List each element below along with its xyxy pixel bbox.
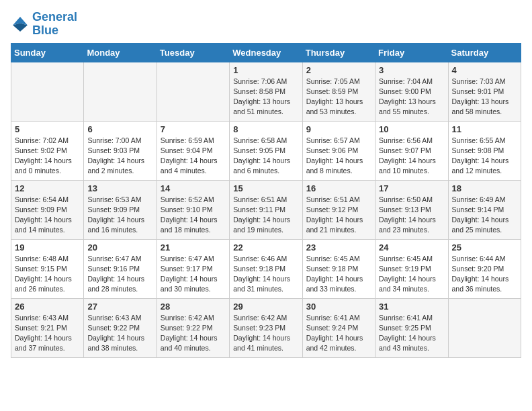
day-info: Sunrise: 7:04 AM Sunset: 9:00 PM Dayligh… [379,77,444,118]
calendar-cell: 17Sunrise: 6:50 AM Sunset: 9:13 PM Dayli… [375,180,448,239]
calendar-cell: 23Sunrise: 6:45 AM Sunset: 9:18 PM Dayli… [302,239,375,298]
calendar-cell: 7Sunrise: 6:59 AM Sunset: 9:04 PM Daylig… [157,121,229,180]
day-info: Sunrise: 6:41 AM Sunset: 9:24 PM Dayligh… [306,313,371,354]
calendar-cell: 29Sunrise: 6:42 AM Sunset: 9:23 PM Dayli… [230,298,302,357]
calendar-cell: 30Sunrise: 6:41 AM Sunset: 9:24 PM Dayli… [302,298,375,357]
day-number: 17 [379,183,444,193]
logo: General Blue [11,11,77,38]
calendar-cell: 13Sunrise: 6:53 AM Sunset: 9:09 PM Dayli… [84,180,157,239]
calendar-cell: 28Sunrise: 6:42 AM Sunset: 9:22 PM Dayli… [157,298,229,357]
day-number: 27 [87,302,152,312]
calendar-cell [11,62,84,121]
calendar-cell: 5Sunrise: 7:02 AM Sunset: 9:02 PM Daylig… [11,121,84,180]
day-info: Sunrise: 6:46 AM Sunset: 9:18 PM Dayligh… [233,254,298,295]
day-info: Sunrise: 6:43 AM Sunset: 9:21 PM Dayligh… [15,313,80,354]
calendar-cell: 3Sunrise: 7:04 AM Sunset: 9:00 PM Daylig… [375,62,448,121]
day-info: Sunrise: 6:44 AM Sunset: 9:20 PM Dayligh… [452,254,517,295]
day-number: 30 [306,302,371,312]
day-number: 9 [306,124,371,134]
day-number: 21 [161,242,226,253]
day-info: Sunrise: 6:45 AM Sunset: 9:19 PM Dayligh… [379,254,444,295]
day-info: Sunrise: 6:51 AM Sunset: 9:12 PM Dayligh… [306,195,371,236]
day-info: Sunrise: 7:06 AM Sunset: 8:58 PM Dayligh… [233,77,298,118]
logo-icon [11,15,30,34]
day-number: 6 [87,124,152,134]
day-info: Sunrise: 6:42 AM Sunset: 9:23 PM Dayligh… [233,313,298,354]
calendar-cell: 24Sunrise: 6:45 AM Sunset: 9:19 PM Dayli… [375,239,448,298]
calendar-cell: 27Sunrise: 6:43 AM Sunset: 9:22 PM Dayli… [84,298,157,357]
day-info: Sunrise: 6:43 AM Sunset: 9:22 PM Dayligh… [87,313,152,354]
calendar-cell: 12Sunrise: 6:54 AM Sunset: 9:09 PM Dayli… [11,180,84,239]
day-info: Sunrise: 6:49 AM Sunset: 9:14 PM Dayligh… [452,195,517,236]
calendar-cell: 16Sunrise: 6:51 AM Sunset: 9:12 PM Dayli… [302,180,375,239]
day-of-week-header: Monday [84,43,157,62]
day-number: 31 [379,302,444,312]
day-number: 26 [15,302,80,312]
day-number: 7 [161,124,226,134]
day-number: 29 [233,302,298,312]
day-number: 1 [233,65,298,75]
calendar-cell [157,62,229,121]
calendar-cell: 6Sunrise: 7:00 AM Sunset: 9:03 PM Daylig… [84,121,157,180]
calendar-cell: 19Sunrise: 6:48 AM Sunset: 9:15 PM Dayli… [11,239,84,298]
day-info: Sunrise: 7:05 AM Sunset: 8:59 PM Dayligh… [306,77,371,118]
day-of-week-header: Saturday [448,43,521,62]
day-number: 12 [15,183,80,193]
day-of-week-header: Friday [375,43,448,62]
day-info: Sunrise: 6:58 AM Sunset: 9:05 PM Dayligh… [233,136,298,177]
day-info: Sunrise: 6:47 AM Sunset: 9:16 PM Dayligh… [87,254,152,295]
day-number: 25 [452,242,517,253]
day-of-week-header: Sunday [11,43,84,62]
calendar-cell: 15Sunrise: 6:51 AM Sunset: 9:11 PM Dayli… [230,180,302,239]
calendar-table: SundayMondayTuesdayWednesdayThursdayFrid… [11,43,521,358]
day-number: 28 [161,302,226,312]
day-of-week-header: Wednesday [230,43,302,62]
day-info: Sunrise: 6:56 AM Sunset: 9:07 PM Dayligh… [379,136,444,177]
day-info: Sunrise: 6:48 AM Sunset: 9:15 PM Dayligh… [15,254,80,295]
calendar-cell: 4Sunrise: 7:03 AM Sunset: 9:01 PM Daylig… [448,62,521,121]
day-number: 16 [306,183,371,193]
day-number: 11 [452,124,517,134]
calendar-cell: 11Sunrise: 6:55 AM Sunset: 9:08 PM Dayli… [448,121,521,180]
calendar-cell [448,298,521,357]
page-header: General Blue [11,11,521,38]
day-number: 5 [15,124,80,134]
calendar-cell: 2Sunrise: 7:05 AM Sunset: 8:59 PM Daylig… [302,62,375,121]
day-info: Sunrise: 7:02 AM Sunset: 9:02 PM Dayligh… [15,136,80,177]
day-info: Sunrise: 7:00 AM Sunset: 9:03 PM Dayligh… [87,136,152,177]
day-number: 14 [161,183,226,193]
day-info: Sunrise: 6:54 AM Sunset: 9:09 PM Dayligh… [15,195,80,236]
day-info: Sunrise: 6:47 AM Sunset: 9:17 PM Dayligh… [161,254,226,295]
calendar-week-row: 26Sunrise: 6:43 AM Sunset: 9:21 PM Dayli… [11,298,521,357]
day-number: 18 [452,183,517,193]
day-info: Sunrise: 6:55 AM Sunset: 9:08 PM Dayligh… [452,136,517,177]
calendar-cell: 21Sunrise: 6:47 AM Sunset: 9:17 PM Dayli… [157,239,229,298]
calendar-cell: 14Sunrise: 6:52 AM Sunset: 9:10 PM Dayli… [157,180,229,239]
calendar-week-row: 5Sunrise: 7:02 AM Sunset: 9:02 PM Daylig… [11,121,521,180]
day-number: 23 [306,242,371,253]
day-number: 15 [233,183,298,193]
day-number: 4 [452,65,517,75]
day-number: 20 [87,242,152,253]
day-info: Sunrise: 6:59 AM Sunset: 9:04 PM Dayligh… [161,136,226,177]
day-number: 19 [15,242,80,253]
calendar-cell: 22Sunrise: 6:46 AM Sunset: 9:18 PM Dayli… [230,239,302,298]
day-of-week-header: Tuesday [157,43,229,62]
day-info: Sunrise: 6:45 AM Sunset: 9:18 PM Dayligh… [306,254,371,295]
calendar-cell: 10Sunrise: 6:56 AM Sunset: 9:07 PM Dayli… [375,121,448,180]
day-number: 22 [233,242,298,253]
calendar-cell: 9Sunrise: 6:57 AM Sunset: 9:06 PM Daylig… [302,121,375,180]
calendar-cell: 1Sunrise: 7:06 AM Sunset: 8:58 PM Daylig… [230,62,302,121]
calendar-header-row: SundayMondayTuesdayWednesdayThursdayFrid… [11,43,521,62]
calendar-cell: 8Sunrise: 6:58 AM Sunset: 9:05 PM Daylig… [230,121,302,180]
day-number: 24 [379,242,444,253]
day-info: Sunrise: 6:52 AM Sunset: 9:10 PM Dayligh… [161,195,226,236]
logo-text: General Blue [32,11,77,38]
day-of-week-header: Thursday [302,43,375,62]
calendar-cell: 26Sunrise: 6:43 AM Sunset: 9:21 PM Dayli… [11,298,84,357]
day-number: 3 [379,65,444,75]
calendar-cell: 25Sunrise: 6:44 AM Sunset: 9:20 PM Dayli… [448,239,521,298]
calendar-week-row: 19Sunrise: 6:48 AM Sunset: 9:15 PM Dayli… [11,239,521,298]
calendar-cell: 18Sunrise: 6:49 AM Sunset: 9:14 PM Dayli… [448,180,521,239]
day-info: Sunrise: 7:03 AM Sunset: 9:01 PM Dayligh… [452,77,517,118]
